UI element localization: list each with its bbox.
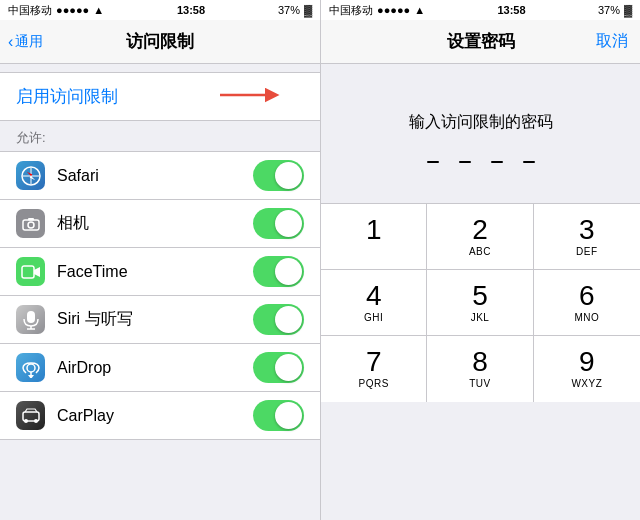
right-nav-bar: 设置密码 取消 xyxy=(321,20,640,64)
numpad-key-1[interactable]: 1 xyxy=(321,204,427,270)
key-number-2: 2 xyxy=(472,216,488,244)
right-time: 13:58 xyxy=(497,4,525,16)
camera-toggle[interactable] xyxy=(253,208,304,239)
key-letters-9: WXYZ xyxy=(571,378,602,390)
numpad-key-6[interactable]: 6 MNO xyxy=(534,270,640,336)
wifi-icon: ▲ xyxy=(93,4,104,16)
allow-label: 允许: xyxy=(0,121,320,151)
right-battery-text: 37% xyxy=(598,4,620,16)
red-arrow-icon xyxy=(220,83,280,111)
key-number-1: 1 xyxy=(366,216,382,244)
right-signal-dots: ●●●●● xyxy=(377,4,410,16)
back-chevron-icon: ‹ xyxy=(8,33,13,51)
right-status-bar-left: 中国移动 ●●●●● ▲ xyxy=(329,3,425,18)
camera-label: 相机 xyxy=(57,213,253,234)
settings-list: Safari 相机 FaceTime xyxy=(0,151,320,440)
left-time: 13:58 xyxy=(177,4,205,16)
key-letters-8: TUV xyxy=(469,378,491,390)
list-item[interactable]: FaceTime xyxy=(0,248,320,296)
carrier-text: 中国移动 xyxy=(8,3,52,18)
passcode-dots xyxy=(427,161,535,163)
battery-icon: ▓ xyxy=(304,4,312,16)
svg-marker-11 xyxy=(34,267,40,277)
key-letters-3: DEF xyxy=(576,246,598,258)
key-number-5: 5 xyxy=(472,282,488,310)
back-label: 通用 xyxy=(15,33,43,51)
passcode-section: 输入访问限制的密码 1 2 ABC 3 DEF 4 xyxy=(321,64,640,520)
key-number-8: 8 xyxy=(472,348,488,376)
siri-toggle[interactable] xyxy=(253,304,304,335)
svg-marker-5 xyxy=(26,170,32,176)
key-letters-5: JKL xyxy=(471,312,490,324)
svg-point-19 xyxy=(24,419,28,423)
carplay-icon xyxy=(16,401,45,430)
list-item[interactable]: Safari xyxy=(0,152,320,200)
enable-label: 启用访问限制 xyxy=(16,85,118,108)
right-battery-icon: ▓ xyxy=(624,4,632,16)
left-nav-bar: ‹ 通用 访问限制 xyxy=(0,20,320,64)
passcode-dot-4 xyxy=(523,161,535,163)
list-item[interactable]: Siri 与听写 xyxy=(0,296,320,344)
passcode-dot-1 xyxy=(427,161,439,163)
numpad-key-5[interactable]: 5 JKL xyxy=(427,270,533,336)
status-bar-left: 中国移动 ●●●●● ▲ xyxy=(8,3,104,18)
facetime-toggle[interactable] xyxy=(253,256,304,287)
airdrop-label: AirDrop xyxy=(57,359,253,377)
nav-back-button[interactable]: ‹ 通用 xyxy=(8,33,43,51)
camera-icon xyxy=(16,209,45,238)
right-status-bar-right: 37% ▓ xyxy=(598,4,632,16)
svg-marker-6 xyxy=(29,176,35,182)
svg-marker-17 xyxy=(28,375,34,378)
numpad-key-8[interactable]: 8 TUV xyxy=(427,336,533,402)
numpad: 1 2 ABC 3 DEF 4 GHI 5 JKL 6 MNO xyxy=(321,203,640,402)
svg-point-15 xyxy=(27,364,35,372)
right-panel: 中国移动 ●●●●● ▲ 13:58 37% ▓ 设置密码 取消 输入访问限制的… xyxy=(320,0,640,520)
signal-dots: ●●●●● xyxy=(56,4,89,16)
siri-label: Siri 与听写 xyxy=(57,309,253,330)
right-carrier-text: 中国移动 xyxy=(329,3,373,18)
key-number-7: 7 xyxy=(366,348,382,376)
safari-toggle[interactable] xyxy=(253,160,304,191)
key-letters-6: MNO xyxy=(574,312,599,324)
passcode-prompt: 输入访问限制的密码 xyxy=(409,112,553,133)
passcode-dot-3 xyxy=(491,161,503,163)
cancel-button[interactable]: 取消 xyxy=(596,31,628,52)
key-letters-7: PQRS xyxy=(358,378,388,390)
carplay-label: CarPlay xyxy=(57,407,253,425)
numpad-key-7[interactable]: 7 PQRS xyxy=(321,336,427,402)
right-nav-title: 设置密码 xyxy=(447,30,515,53)
battery-text: 37% xyxy=(278,4,300,16)
key-number-4: 4 xyxy=(366,282,382,310)
svg-rect-9 xyxy=(28,218,34,221)
airdrop-icon xyxy=(16,353,45,382)
enable-section[interactable]: 启用访问限制 xyxy=(0,72,320,121)
status-bar-right: 37% ▓ xyxy=(278,4,312,16)
airdrop-toggle[interactable] xyxy=(253,352,304,383)
key-number-6: 6 xyxy=(579,282,595,310)
numpad-key-9[interactable]: 9 WXYZ xyxy=(534,336,640,402)
left-status-bar: 中国移动 ●●●●● ▲ 13:58 37% ▓ xyxy=(0,0,320,20)
list-item[interactable]: AirDrop xyxy=(0,344,320,392)
numpad-key-2[interactable]: 2 ABC xyxy=(427,204,533,270)
left-panel: 中国移动 ●●●●● ▲ 13:58 37% ▓ ‹ 通用 访问限制 启用访问限… xyxy=(0,0,320,520)
carplay-toggle[interactable] xyxy=(253,400,304,431)
svg-point-20 xyxy=(34,419,38,423)
list-item[interactable]: 相机 xyxy=(0,200,320,248)
safari-icon xyxy=(16,161,45,190)
facetime-label: FaceTime xyxy=(57,263,253,281)
facetime-icon xyxy=(16,257,45,286)
list-item[interactable]: CarPlay xyxy=(0,392,320,439)
svg-point-8 xyxy=(28,222,34,228)
numpad-key-4[interactable]: 4 GHI xyxy=(321,270,427,336)
svg-rect-12 xyxy=(27,311,35,323)
key-number-3: 3 xyxy=(579,216,595,244)
key-letters-4: GHI xyxy=(364,312,383,324)
numpad-key-3[interactable]: 3 DEF xyxy=(534,204,640,270)
right-status-bar: 中国移动 ●●●●● ▲ 13:58 37% ▓ xyxy=(321,0,640,20)
key-letters-2: ABC xyxy=(469,246,491,258)
right-wifi-icon: ▲ xyxy=(414,4,425,16)
passcode-dot-2 xyxy=(459,161,471,163)
left-nav-title: 访问限制 xyxy=(126,30,194,53)
siri-icon xyxy=(16,305,45,334)
safari-label: Safari xyxy=(57,167,253,185)
